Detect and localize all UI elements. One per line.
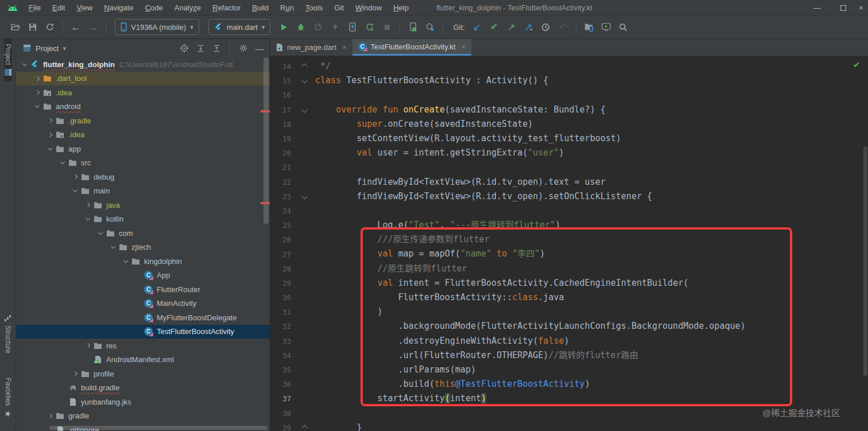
collapse-all-button[interactable]	[210, 41, 223, 55]
forward-button[interactable]: →	[84, 18, 102, 36]
tree-item-.idea[interactable]: .idea	[16, 86, 270, 99]
save-all-button[interactable]	[24, 18, 41, 36]
tree-item-yunbanfang.jks[interactable]: yunbanfang.jks	[16, 395, 270, 409]
fold-marker-icon[interactable]	[293, 195, 315, 199]
chevron-right-icon[interactable]	[83, 344, 93, 347]
tool-tab-structure[interactable]: Structure	[4, 310, 12, 358]
device-selector[interactable]: V1936A (mobile)▾	[115, 19, 199, 35]
close-tab-icon[interactable]: ×	[342, 43, 347, 52]
debug-button[interactable]	[292, 18, 309, 36]
menu-analyze[interactable]: Analyze	[169, 0, 207, 15]
chevron-down-icon[interactable]	[83, 218, 93, 220]
tree-item-zjtech[interactable]: zjtech	[16, 240, 270, 254]
profile-button[interactable]	[309, 18, 327, 36]
minimize-button[interactable]: —	[804, 0, 830, 15]
tree-item-MyFlutterBoostDelegate[interactable]: CMyFlutterBoostDelegate	[16, 310, 270, 324]
tree-item-.idea[interactable]: .idea	[16, 128, 270, 142]
tree-item-build.gradle[interactable]: build.gradle	[16, 381, 270, 395]
git-update-button[interactable]: ↙	[468, 18, 486, 36]
tree-item-debug[interactable]: debug	[16, 170, 270, 184]
chevron-down-icon[interactable]	[45, 148, 55, 150]
rollback-button[interactable]: ↶	[555, 18, 572, 36]
menu-help[interactable]: Help	[388, 0, 414, 15]
open-project-button[interactable]	[7, 18, 24, 36]
menu-navigate[interactable]: Navigate	[98, 0, 139, 15]
project-scrollbar-vertical[interactable]	[264, 57, 269, 224]
tree-item-app[interactable]: app	[16, 142, 270, 156]
tree-item-MainActivity[interactable]: CMainActivity	[16, 297, 270, 310]
git-history-button[interactable]	[537, 18, 555, 36]
menu-build[interactable]: Build	[246, 0, 274, 15]
chevron-right-icon[interactable]	[70, 175, 80, 178]
code-editor[interactable]: 14 */15class TestFlutterBoostActivity : …	[270, 56, 868, 431]
menu-file[interactable]: File	[23, 0, 46, 15]
tab-testflutterboostactivity-kt[interactable]: CTestFlutterBoostActivity.kt×	[352, 39, 471, 56]
menu-window[interactable]: Window	[350, 0, 388, 15]
run-button[interactable]	[275, 18, 292, 36]
expand-all-button[interactable]	[193, 41, 207, 55]
run-config-selector[interactable]: main.dart▾	[208, 19, 271, 35]
chevron-right-icon[interactable]	[32, 91, 42, 94]
profiler-tool-button[interactable]	[421, 18, 439, 36]
flutter-attach-button[interactable]	[344, 18, 361, 36]
chevron-down-icon[interactable]	[70, 190, 80, 192]
chevron-down-icon[interactable]	[20, 64, 30, 65]
fold-marker-icon[interactable]	[293, 426, 315, 430]
maximize-button[interactable]	[830, 0, 857, 15]
back-button[interactable]: ←	[67, 18, 84, 36]
tree-item-android[interactable]: android	[16, 100, 270, 114]
tree-item-.dart_tool[interactable]: .dart_tool	[16, 72, 270, 86]
tree-item-flutter_king_dolphin[interactable]: flutter_king_dolphinC:\Users\86187\Andro…	[16, 57, 270, 71]
chevron-down-icon[interactable]	[121, 261, 131, 262]
chevron-right-icon[interactable]	[45, 119, 55, 122]
layout-inspector-button[interactable]	[404, 18, 421, 36]
tree-item-App[interactable]: CApp	[16, 269, 270, 282]
chevron-right-icon[interactable]	[32, 77, 42, 80]
chevron-down-icon[interactable]	[57, 162, 68, 164]
chevron-right-icon[interactable]	[83, 203, 93, 207]
project-panel-title[interactable]: Project	[36, 44, 59, 53]
tree-item-.gradle[interactable]: .gradle	[16, 114, 270, 127]
tab-new-page-dart[interactable]: new_page.dart×	[270, 39, 352, 56]
attach-profiler-button[interactable]	[327, 18, 344, 36]
menu-refactor[interactable]: Refactor	[207, 0, 246, 15]
project-scrollbar-horizontal[interactable]	[49, 426, 268, 430]
close-tab-icon[interactable]: ×	[461, 42, 466, 51]
tree-item-profile[interactable]: profile	[16, 367, 270, 380]
chevron-right-icon[interactable]	[45, 133, 55, 137]
settings-button[interactable]	[237, 41, 250, 55]
apply-changes-button[interactable]	[361, 18, 378, 36]
tool-tab-project[interactable]: Project	[4, 39, 12, 81]
tree-item-res[interactable]: res	[16, 339, 270, 352]
tree-item-gradle[interactable]: gradle	[16, 409, 270, 423]
stop-button[interactable]	[378, 18, 396, 36]
menu-tools[interactable]: Tools	[300, 0, 328, 15]
menu-edit[interactable]: Edit	[46, 0, 71, 15]
menu-view[interactable]: View	[71, 0, 98, 15]
editor-area[interactable]: new_page.dart×CTestFlutterBoostActivity.…	[270, 39, 868, 431]
git-push-button[interactable]: ↗	[503, 18, 520, 36]
tree-item-main[interactable]: main	[16, 184, 270, 198]
locate-file-button[interactable]	[177, 41, 191, 55]
chevron-right-icon[interactable]	[45, 414, 55, 418]
fold-marker-icon[interactable]	[293, 64, 315, 68]
running-devices-button[interactable]	[598, 18, 615, 36]
tool-tab-favorites[interactable]: Favorites★	[4, 373, 12, 423]
sync-button[interactable]	[41, 18, 59, 36]
chevron-down-icon[interactable]	[32, 106, 42, 107]
device-file-explorer-button[interactable]	[580, 18, 598, 36]
tree-item-src[interactable]: src	[16, 156, 270, 170]
close-button[interactable]: ×	[857, 0, 868, 15]
tree-item-com[interactable]: com	[16, 226, 270, 240]
tree-item-AndroidManifest.xml[interactable]: MFAndroidManifest.xml	[16, 353, 270, 367]
tree-item-TestFlutterBoostActivity[interactable]: CTestFlutterBoostActivity	[16, 325, 270, 339]
tree-item-kotlin[interactable]: kotlin	[16, 212, 270, 226]
tree-item-kingdolphin[interactable]: kingdolphin	[16, 254, 270, 268]
menu-git[interactable]: Git	[328, 0, 350, 15]
editor-scrollbar[interactable]	[863, 146, 867, 376]
chevron-down-icon[interactable]	[108, 246, 118, 248]
chevron-right-icon[interactable]	[70, 372, 80, 375]
tree-item-java[interactable]: java	[16, 198, 270, 212]
search-everywhere-button[interactable]	[615, 18, 632, 36]
git-commit-button[interactable]: ✔	[486, 18, 503, 36]
